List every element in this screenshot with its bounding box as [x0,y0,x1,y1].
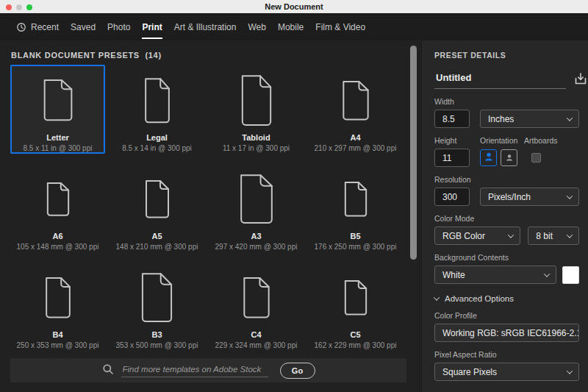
preset-name: A4 [350,133,360,142]
unit-dropdown[interactable]: Inches [480,110,579,128]
document-page-icon [343,268,368,327]
background-contents-dropdown[interactable]: White [434,266,556,284]
preset-size: 353 x 500 mm @ 300 ppi [116,341,198,349]
height-input[interactable] [434,149,470,167]
background-contents-label: Background Contents [434,253,579,262]
new-document-dialog: New Document Recent Saved Photo Print Ar… [0,0,588,392]
color-profile-dropdown[interactable]: Working RGB: sRGB IEC61966-2.1 [434,324,579,342]
preset-name: Legal [146,133,168,142]
preset-name: B5 [350,232,360,240]
tab-photo[interactable]: Photo [107,14,130,40]
clock-icon [16,22,26,32]
preset-name: C5 [350,330,360,339]
orientation-portrait-button[interactable] [480,149,497,166]
preset-size: 176 x 250 mm @ 300 ppi [315,243,397,251]
tab-bar: Recent Saved Photo Print Art & Illustrat… [0,14,588,40]
tab-label: Recent [31,14,59,40]
tab-label: Film & Video [315,14,365,40]
zoom-window-button[interactable] [26,4,32,10]
height-label: Height [434,136,480,145]
chevron-down-icon [567,115,573,121]
bit-depth-dropdown[interactable]: 8 bit [528,227,579,245]
preset-size: 162 x 229 mm @ 300 ppi [315,341,397,349]
tab-art-illustration[interactable]: Art & Illustration [174,14,237,40]
tab-web[interactable]: Web [248,14,265,40]
chevron-down-icon [567,368,573,374]
close-window-button[interactable] [6,4,12,10]
tab-label: Photo [107,14,130,40]
tab-film-video[interactable]: Film & Video [315,14,365,40]
preset-size: 210 x 297 mm @ 300 ppi [315,144,397,152]
chevron-down-icon [508,232,514,238]
preset-tile-letter[interactable]: Letter 8.5 x 11 in @ 300 ppi [10,65,105,154]
advanced-options-toggle[interactable]: Advanced Options [434,294,579,303]
tab-label: Web [248,14,265,40]
vertical-scrollbar[interactable] [410,46,417,260]
preset-size: 148 x 210 mm @ 300 ppi [116,243,198,251]
preset-name: A6 [52,232,62,240]
tab-label: Print [142,14,162,40]
preset-tile-c4[interactable]: C4 229 x 324 mm @ 300 ppi [209,262,304,351]
artboards-checkbox[interactable] [531,153,541,163]
preset-tile-a5[interactable]: A5 148 x 210 mm @ 300 ppi [110,163,204,252]
chevron-down-icon [544,271,550,277]
preset-details-panel: PRESET DETAILS Width Inches Height Orien… [421,40,588,392]
preset-tile-tabloid[interactable]: Tabloid 11 x 17 in @ 300 ppi [209,65,304,154]
document-page-icon [144,169,171,229]
preset-size: 250 x 353 mm @ 300 ppi [17,341,99,349]
preset-tile-a4[interactable]: A4 210 x 297 mm @ 300 ppi [308,65,403,154]
background-color-swatch[interactable] [562,266,579,284]
preset-tile-a3[interactable]: A3 297 x 420 mm @ 300 ppi [209,163,304,252]
document-name-input[interactable] [434,71,566,89]
preset-size: 11 x 17 in @ 300 ppi [223,144,290,152]
preset-tile-a6[interactable]: A6 105 x 148 mm @ 300 ppi [10,163,105,252]
color-mode-dropdown[interactable]: RGB Color [434,227,520,245]
document-page-icon [341,71,370,130]
landscape-icon [503,151,515,165]
pixel-aspect-ratio-dropdown[interactable]: Square Pixels [434,363,579,381]
chevron-down-icon [567,232,573,238]
tab-saved[interactable]: Saved [71,14,96,40]
preset-tile-b5[interactable]: B5 176 x 250 mm @ 300 ppi [308,163,403,252]
color-mode-label: Color Mode [434,214,579,223]
save-preset-button[interactable] [573,71,588,89]
minimize-window-button[interactable] [16,4,22,10]
stock-search-input[interactable] [121,363,268,377]
orientation-landscape-button[interactable] [501,149,517,166]
chevron-down-icon [567,193,573,199]
preset-size: 229 x 324 mm @ 300 ppi [215,341,298,349]
document-page-icon [44,268,72,327]
document-page-icon [343,169,368,229]
document-page-icon [46,169,71,229]
preset-size: 8.5 x 11 in @ 300 ppi [24,144,93,152]
tab-recent[interactable]: Recent [16,14,59,40]
save-download-icon [573,71,588,88]
document-page-icon [42,71,74,130]
document-page-icon [143,71,171,130]
pixel-aspect-ratio-label: Pixel Aspect Ratio [434,350,579,359]
document-page-icon [240,71,273,130]
panel-title: PRESET DETAILS [434,51,579,60]
tab-label: Saved [71,14,96,40]
magnifier-icon [102,363,114,378]
artboards-label: Artboards [524,136,558,145]
tab-label: Mobile [278,14,304,40]
preset-tile-b3[interactable]: B3 353 x 500 mm @ 300 ppi [110,262,204,351]
go-button[interactable]: Go [280,363,315,379]
document-page-icon [238,169,275,229]
preset-tile-c5[interactable]: C5 162 x 229 mm @ 300 ppi [308,262,403,351]
preset-size: 8.5 x 14 in @ 300 ppi [122,144,192,152]
preset-tile-legal[interactable]: Legal 8.5 x 14 in @ 300 ppi [110,65,204,154]
preset-size: 105 x 148 mm @ 300 ppi [17,243,99,251]
width-input[interactable] [434,110,470,128]
tab-print[interactable]: Print [142,14,162,40]
tab-mobile[interactable]: Mobile [278,14,304,40]
preset-name: B4 [52,330,62,339]
preset-grid: Letter 8.5 x 11 in @ 300 ppi Legal 8.5 x… [10,65,403,351]
resolution-unit-dropdown[interactable]: Pixels/Inch [480,188,579,206]
resolution-input[interactable] [434,188,470,206]
preset-tile-b4[interactable]: B4 250 x 353 mm @ 300 ppi [10,262,105,351]
document-page-icon [242,268,271,327]
preset-name: Letter [46,133,69,142]
section-title: BLANK DOCUMENT PRESETS (14) [11,51,162,60]
